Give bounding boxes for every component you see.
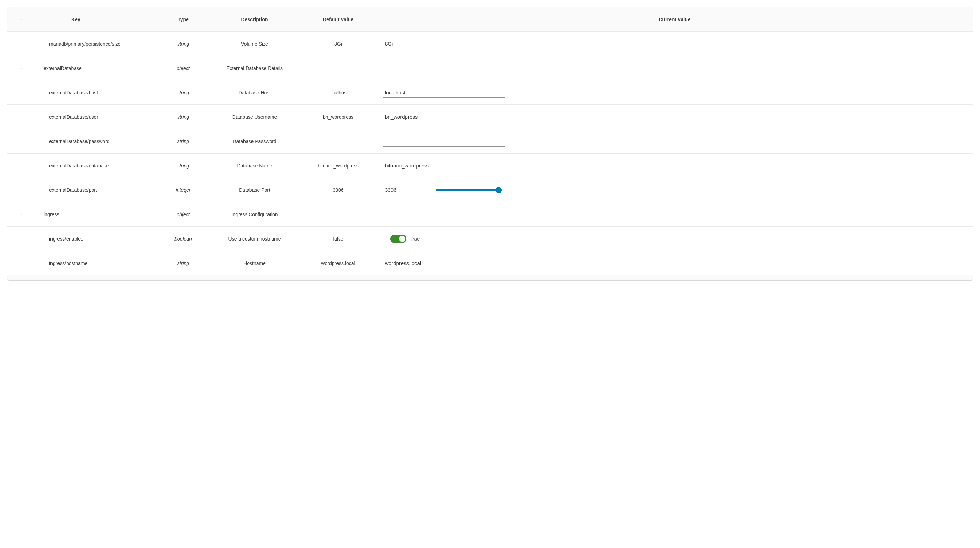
port-slider[interactable] xyxy=(436,189,502,191)
value-input[interactable] xyxy=(383,136,505,146)
description-cell: Hostname xyxy=(209,260,300,266)
type-cell: object xyxy=(157,212,209,217)
key-cell: externalDatabase/password xyxy=(35,138,157,144)
minus-icon: − xyxy=(19,211,23,218)
current-cell xyxy=(377,136,973,146)
current-cell xyxy=(377,258,973,268)
current-cell xyxy=(377,160,973,171)
description-cell: Database Host xyxy=(209,90,300,95)
default-cell: 8Gi xyxy=(300,41,377,47)
table-row: externalDatabase/hoststringDatabase Host… xyxy=(7,80,973,105)
value-input[interactable] xyxy=(383,39,505,49)
default-cell: localhost xyxy=(300,90,377,95)
table-row: mariadb/primary/persistence/sizestringVo… xyxy=(7,32,973,56)
toggle-switch[interactable] xyxy=(390,235,406,243)
type-cell: string xyxy=(157,163,209,168)
collapse-toggle[interactable]: − xyxy=(7,65,35,72)
col-header-default: Default Value xyxy=(300,17,377,22)
key-cell: externalDatabase/user xyxy=(35,114,157,120)
key-cell: externalDatabase/database xyxy=(35,163,157,168)
value-input[interactable] xyxy=(383,87,505,98)
value-input[interactable] xyxy=(383,160,505,171)
key-cell: externalDatabase/host xyxy=(35,90,157,95)
table-row: externalDatabase/passwordstringDatabase … xyxy=(7,129,973,154)
default-cell: bitnami_wordpress xyxy=(300,163,377,168)
minus-icon: − xyxy=(19,16,23,23)
port-control xyxy=(383,185,966,195)
default-cell: false xyxy=(300,236,377,241)
type-cell: string xyxy=(157,260,209,266)
key-cell: mariadb/primary/persistence/size xyxy=(35,41,157,47)
table-row: externalDatabase/portintegerDatabase Por… xyxy=(7,178,973,202)
current-cell xyxy=(377,112,973,122)
description-cell: Database Password xyxy=(209,138,300,144)
minus-icon: − xyxy=(19,64,23,71)
type-cell: string xyxy=(157,138,209,144)
table-row: ingress/enabledbooleanUse a custom hostn… xyxy=(7,227,973,251)
toggle-label: true xyxy=(411,236,420,241)
table-row: ingress/hostnamestringHostnamewordpress.… xyxy=(7,251,973,275)
current-cell xyxy=(377,39,973,49)
key-cell: ingress xyxy=(35,212,157,217)
key-cell: ingress/enabled xyxy=(35,236,157,241)
key-cell: externalDatabase xyxy=(35,65,157,71)
collapse-toggle[interactable]: − xyxy=(7,211,35,218)
table-row: externalDatabase/databasestringDatabase … xyxy=(7,154,973,178)
default-cell: wordpress.local xyxy=(300,260,377,266)
description-cell: Database Port xyxy=(209,187,300,193)
col-header-type: Type xyxy=(157,17,209,22)
toggle-knob xyxy=(399,236,406,242)
table-row: −ingressobjectIngress Configuration xyxy=(7,202,973,227)
current-cell xyxy=(377,185,973,195)
default-cell: bn_wordpress xyxy=(300,114,377,120)
default-cell: 3306 xyxy=(300,187,377,193)
type-cell: string xyxy=(157,114,209,120)
table-row: −externalDatabaseobjectExternal Database… xyxy=(7,56,973,80)
key-cell: ingress/hostname xyxy=(35,260,157,266)
table-row: externalDatabase/userstringDatabase User… xyxy=(7,105,973,129)
value-input[interactable] xyxy=(383,258,505,268)
description-cell: Ingress Configuration xyxy=(209,212,300,217)
current-cell xyxy=(377,87,973,98)
description-cell: Database Name xyxy=(209,163,300,168)
col-header-key: Key xyxy=(35,17,157,22)
description-cell: Volume Size xyxy=(209,41,300,47)
type-cell: string xyxy=(157,90,209,95)
current-cell: true xyxy=(377,235,973,243)
type-cell: string xyxy=(157,41,209,47)
type-cell: boolean xyxy=(157,236,209,241)
description-cell: Database Username xyxy=(209,114,300,120)
type-cell: integer xyxy=(157,187,209,193)
col-header-current: Current Value xyxy=(377,17,973,22)
description-cell: External Database Details xyxy=(209,65,300,71)
toggle-control: true xyxy=(383,235,966,243)
value-input[interactable] xyxy=(383,112,505,122)
table-footer xyxy=(7,275,973,280)
params-table: − Key Type Description Default Value Cur… xyxy=(7,7,973,281)
port-input[interactable] xyxy=(383,185,425,195)
collapse-header-icon[interactable]: − xyxy=(7,16,35,23)
type-cell: object xyxy=(157,65,209,71)
description-cell: Use a custom hostname xyxy=(209,236,300,241)
table-header: − Key Type Description Default Value Cur… xyxy=(7,7,973,32)
key-cell: externalDatabase/port xyxy=(35,187,157,193)
col-header-description: Description xyxy=(209,17,300,22)
